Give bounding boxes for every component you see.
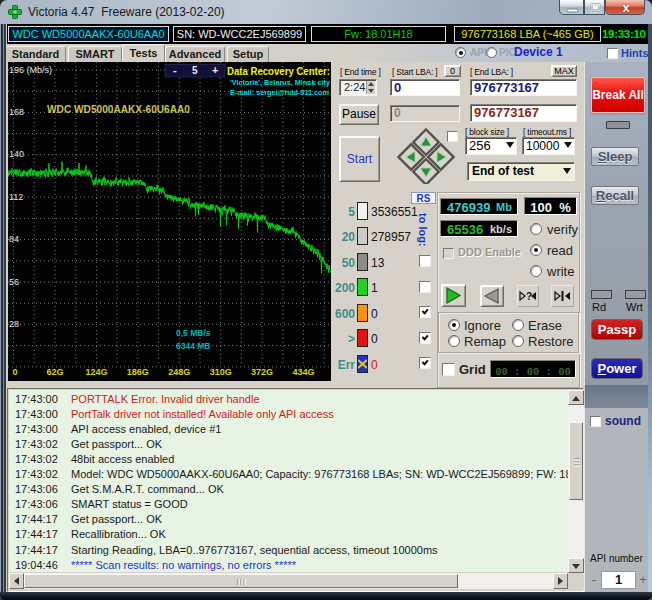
- svg-text:x: x: [622, 0, 630, 15]
- svg-text:?: ?: [526, 291, 532, 302]
